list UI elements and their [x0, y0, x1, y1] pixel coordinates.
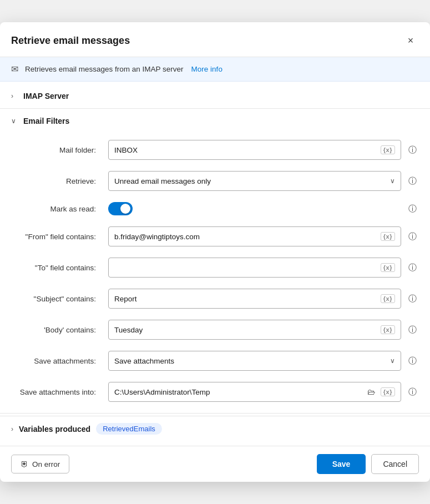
- mail-folder-input-wrap: {x}: [108, 140, 401, 160]
- divider-2: [0, 413, 430, 414]
- banner-text: Retrieves email messages from an IMAP se…: [25, 65, 184, 73]
- mail-folder-control: {x} ⓘ: [108, 140, 419, 160]
- variable-tag: RetrievedEmails: [96, 423, 162, 435]
- on-error-label: On error: [32, 460, 60, 468]
- from-field-input[interactable]: [114, 233, 378, 241]
- variables-chevron: ›: [11, 425, 13, 433]
- from-field-control: {x} ⓘ: [108, 226, 419, 246]
- save-attachments-select-label: Save attachments: [114, 357, 390, 365]
- from-field-row: "From" field contains: {x} ⓘ: [11, 221, 419, 252]
- mark-as-read-toggle[interactable]: [108, 202, 133, 215]
- mark-as-read-row: Mark as read: ⓘ: [11, 196, 419, 221]
- subject-control: {x} ⓘ: [108, 289, 419, 309]
- subject-input[interactable]: [114, 295, 378, 303]
- info-banner: ✉ Retrieves email messages from an IMAP …: [0, 57, 430, 82]
- body-label: 'Body' contains:: [11, 326, 103, 334]
- to-field-input-wrap: {x}: [108, 258, 401, 278]
- subject-input-wrap: {x}: [108, 289, 401, 309]
- body-info-button[interactable]: ⓘ: [406, 323, 419, 336]
- body-row: 'Body' contains: {x} ⓘ: [11, 314, 419, 345]
- save-button[interactable]: Save: [317, 454, 366, 474]
- save-attachments-info-button[interactable]: ⓘ: [406, 354, 419, 367]
- variables-label: Variables produced: [19, 425, 90, 434]
- from-field-input-wrap: {x}: [108, 226, 401, 246]
- subject-row: "Subject" contains: {x} ⓘ: [11, 283, 419, 314]
- email-filters-chevron: ∨: [11, 117, 20, 125]
- footer-actions: Save Cancel: [317, 454, 419, 474]
- from-field-info-button[interactable]: ⓘ: [406, 230, 419, 243]
- folder-browse-icon[interactable]: 🗁: [366, 386, 376, 397]
- retrieve-chevron-icon: ∨: [390, 177, 395, 185]
- shield-icon: ⛨: [21, 460, 28, 468]
- mail-folder-label: Mail folder:: [11, 146, 103, 154]
- from-field-label: "From" field contains:: [11, 233, 103, 241]
- mail-folder-row: Mail folder: {x} ⓘ: [11, 134, 419, 165]
- mark-as-read-info-button[interactable]: ⓘ: [406, 202, 419, 215]
- on-error-button[interactable]: ⛨ On error: [11, 455, 69, 473]
- save-attachments-control: Save attachments ∨ ⓘ: [108, 351, 419, 371]
- content-area: › IMAP Server ∨ Email Filters Mail folde…: [0, 82, 430, 446]
- save-attachments-into-row: Save attachments into: 🗁 {x} ⓘ: [11, 376, 419, 407]
- divider-1: [0, 108, 430, 109]
- retrieve-select-label: Unread email messages only: [114, 177, 390, 185]
- save-attachments-chevron-icon: ∨: [390, 357, 395, 365]
- body-input[interactable]: [114, 326, 378, 334]
- to-field-badge: {x}: [381, 263, 395, 272]
- envelope-icon: ✉: [11, 64, 18, 74]
- to-field-label: "To" field contains:: [11, 264, 103, 272]
- email-filters-header[interactable]: ∨ Email Filters: [0, 111, 430, 131]
- subject-badge: {x}: [381, 294, 395, 303]
- to-field-info-button[interactable]: ⓘ: [406, 261, 419, 274]
- variables-row: › Variables produced RetrievedEmails: [0, 416, 430, 441]
- mark-as-read-label: Mark as read:: [11, 205, 103, 213]
- imap-server-chevron: ›: [11, 92, 20, 100]
- retrieve-label: Retrieve:: [11, 177, 103, 185]
- title-bar: Retrieve email messages ×: [0, 22, 430, 57]
- save-attachments-into-info-button[interactable]: ⓘ: [406, 385, 419, 399]
- save-attachments-into-control: 🗁 {x} ⓘ: [108, 382, 419, 402]
- save-attachments-select[interactable]: Save attachments ∨: [108, 351, 401, 371]
- imap-server-header[interactable]: › IMAP Server: [0, 86, 430, 106]
- mail-folder-input[interactable]: [114, 146, 378, 154]
- mail-folder-badge: {x}: [381, 145, 395, 154]
- save-attachments-into-badge: {x}: [381, 387, 395, 396]
- body-badge: {x}: [381, 325, 395, 334]
- imap-server-section: › IMAP Server: [0, 86, 430, 106]
- retrieve-control: Unread email messages only ∨ ⓘ: [108, 171, 419, 191]
- to-field-control: {x} ⓘ: [108, 258, 419, 278]
- save-attachments-into-input[interactable]: [114, 388, 364, 396]
- email-filters-label: Email Filters: [23, 117, 69, 125]
- save-attachments-row: Save attachments: Save attachments ∨ ⓘ: [11, 345, 419, 376]
- body-input-wrap: {x}: [108, 320, 401, 340]
- save-attachments-into-label: Save attachments into:: [11, 388, 103, 396]
- close-button[interactable]: ×: [402, 32, 419, 49]
- mail-folder-info-button[interactable]: ⓘ: [406, 143, 419, 157]
- retrieve-row: Retrieve: Unread email messages only ∨ ⓘ: [11, 165, 419, 196]
- save-attachments-into-input-wrap: 🗁 {x}: [108, 382, 401, 402]
- body-control: {x} ⓘ: [108, 320, 419, 340]
- more-info-link[interactable]: More info: [191, 65, 222, 73]
- subject-info-button[interactable]: ⓘ: [406, 292, 419, 305]
- cancel-button[interactable]: Cancel: [371, 454, 419, 474]
- from-field-badge: {x}: [381, 232, 395, 241]
- mark-as-read-toggle-wrap: [108, 202, 133, 215]
- subject-label: "Subject" contains:: [11, 295, 103, 303]
- retrieve-info-button[interactable]: ⓘ: [406, 174, 419, 188]
- save-attachments-label: Save attachments:: [11, 357, 103, 365]
- email-filters-section: ∨ Email Filters Mail folder: {x} ⓘ: [0, 111, 430, 411]
- to-field-row: "To" field contains: {x} ⓘ: [11, 252, 419, 283]
- to-field-input[interactable]: [114, 264, 378, 272]
- dialog: Retrieve email messages × ✉ Retrieves em…: [0, 22, 430, 482]
- email-filters-form: Mail folder: {x} ⓘ Retrieve: Unread: [0, 131, 430, 411]
- mark-as-read-control: ⓘ: [108, 202, 419, 215]
- dialog-title: Retrieve email messages: [11, 35, 130, 47]
- footer: ⛨ On error Save Cancel: [0, 446, 430, 482]
- retrieve-select[interactable]: Unread email messages only ∨: [108, 171, 401, 191]
- imap-server-label: IMAP Server: [23, 92, 69, 100]
